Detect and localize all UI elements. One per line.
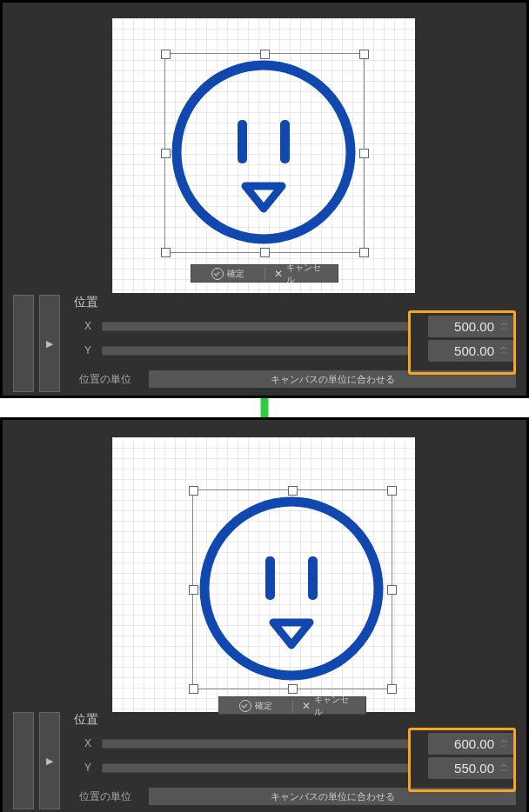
handle-tr[interactable] bbox=[387, 486, 397, 496]
highlight-box bbox=[408, 310, 516, 375]
handle-t[interactable] bbox=[260, 50, 270, 59]
handle-tl[interactable] bbox=[161, 50, 171, 59]
handle-tr[interactable] bbox=[359, 50, 369, 59]
confirm-label: 確定 bbox=[227, 268, 244, 280]
handle-b[interactable] bbox=[288, 684, 298, 694]
canvas-area[interactable]: 確定 ✕キャンセル bbox=[112, 18, 415, 293]
x-slider[interactable] bbox=[102, 322, 411, 331]
handle-r[interactable] bbox=[387, 585, 397, 595]
handle-l[interactable] bbox=[189, 585, 198, 595]
x-slider[interactable] bbox=[102, 739, 411, 749]
svg-rect-5 bbox=[308, 556, 318, 600]
x-icon: ✕ bbox=[274, 268, 283, 280]
svg-point-3 bbox=[204, 502, 378, 676]
panel-title: 位置 bbox=[74, 295, 516, 310]
y-label: Y bbox=[74, 344, 102, 356]
handle-bl[interactable] bbox=[161, 248, 171, 257]
canvas-area[interactable]: 確定 ✕キャンセル bbox=[112, 437, 415, 712]
handle-t[interactable] bbox=[288, 486, 298, 496]
check-icon bbox=[211, 268, 224, 280]
highlight-box bbox=[408, 728, 516, 792]
handle-br[interactable] bbox=[359, 248, 369, 257]
y-slider[interactable] bbox=[102, 763, 411, 773]
unit-label: 位置の単位 bbox=[79, 372, 131, 387]
transform-confirm-bar: 確定 ✕キャンセル bbox=[191, 264, 338, 283]
cancel-button[interactable]: ✕キャンセル bbox=[265, 265, 338, 282]
confirm-button[interactable]: 確定 bbox=[191, 265, 264, 282]
cancel-label: キャンセル bbox=[286, 262, 330, 286]
svg-rect-2 bbox=[280, 120, 290, 163]
handle-br[interactable] bbox=[387, 684, 397, 694]
drawing-face bbox=[198, 496, 385, 682]
svg-rect-1 bbox=[238, 120, 247, 163]
handle-bl[interactable] bbox=[189, 684, 198, 694]
handle-r[interactable] bbox=[359, 149, 369, 158]
x-icon: ✕ bbox=[302, 700, 311, 712]
check-icon bbox=[239, 700, 251, 712]
panel-title: 位置 bbox=[74, 712, 516, 728]
unit-value: キャンバスの単位に合わせる bbox=[271, 790, 395, 803]
handle-tl[interactable] bbox=[189, 486, 198, 496]
svg-point-0 bbox=[177, 65, 351, 239]
handle-l[interactable] bbox=[161, 149, 171, 158]
confirm-label: 確定 bbox=[255, 700, 272, 712]
unit-label: 位置の単位 bbox=[79, 789, 131, 804]
x-label: X bbox=[74, 737, 102, 749]
unit-value: キャンバスの単位に合わせる bbox=[271, 373, 395, 386]
x-label: X bbox=[74, 320, 102, 332]
y-slider[interactable] bbox=[102, 346, 411, 356]
y-label: Y bbox=[74, 762, 102, 774]
handle-b[interactable] bbox=[260, 248, 270, 257]
drawing-face bbox=[171, 59, 357, 245]
svg-rect-4 bbox=[265, 556, 275, 600]
